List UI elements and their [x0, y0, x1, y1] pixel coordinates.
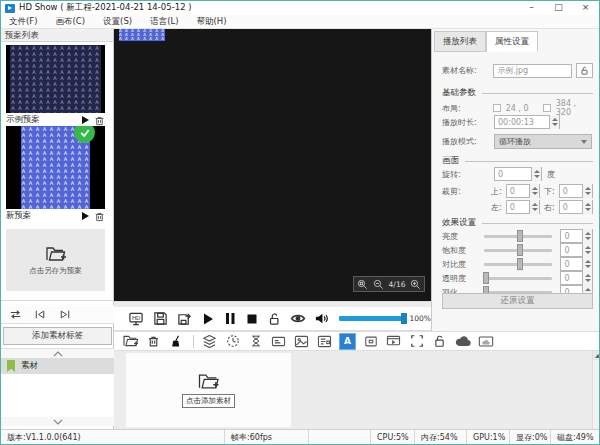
- restore-settings-button[interactable]: 还原设置: [442, 293, 593, 309]
- contrast-slider[interactable]: [484, 263, 553, 266]
- crop-row-1: 裁剪: 上: 0 下: 0: [442, 184, 593, 198]
- subtitle-icon[interactable]: [270, 333, 287, 350]
- section-effects-label: 效果设置: [442, 217, 476, 229]
- volume-slider[interactable]: [339, 316, 406, 321]
- timer-icon[interactable]: [224, 333, 241, 350]
- material-scrollbar[interactable]: [592, 351, 600, 429]
- brightness-input[interactable]: 0: [560, 229, 593, 243]
- zoom-out-icon[interactable]: [373, 279, 384, 290]
- rotate-spinner[interactable]: [531, 167, 541, 181]
- clear-brush-icon[interactable]: [168, 333, 185, 350]
- brightness-slider[interactable]: [484, 235, 553, 238]
- image-icon[interactable]: [293, 333, 310, 350]
- add-material-icon[interactable]: [122, 333, 139, 350]
- brightness-spinner[interactable]: [582, 229, 592, 243]
- cloud-screen-icon[interactable]: [477, 333, 494, 350]
- opacity-input[interactable]: 0: [560, 271, 593, 285]
- saturation-input[interactable]: 0: [560, 243, 593, 257]
- saturation-slider[interactable]: [484, 249, 553, 252]
- preset-thumbnail-1[interactable]: A A A A A A A A A A A A A A A A A A A A …: [6, 45, 105, 113]
- play-mode-dropdown[interactable]: 循环播放: [494, 134, 592, 149]
- zoom-fit-icon[interactable]: [357, 279, 368, 290]
- video-player-icon[interactable]: [385, 333, 402, 350]
- delete-preset-icon[interactable]: [93, 210, 105, 222]
- crop-top-input[interactable]: 0: [506, 184, 540, 198]
- contrast-value: 0: [564, 260, 582, 269]
- menu-language[interactable]: 语言(L): [150, 16, 178, 28]
- saturation-spinner[interactable]: [582, 243, 592, 257]
- unlock-icon[interactable]: [267, 311, 281, 327]
- contrast-slider-thumb[interactable]: [517, 258, 523, 270]
- menu-canvas[interactable]: 画布(C): [56, 16, 86, 28]
- text-tool-icon-selected[interactable]: A: [339, 333, 356, 350]
- material-name-input[interactable]: 示例.jpg: [493, 64, 572, 78]
- status-vram: 显存:0%: [510, 430, 551, 445]
- loop-mode-icon[interactable]: [8, 307, 22, 321]
- crop-bottom-input[interactable]: 0: [559, 184, 593, 198]
- duration-spinner[interactable]: [549, 115, 559, 129]
- crop-left-spinner[interactable]: [529, 200, 539, 214]
- play-preset-icon[interactable]: [79, 114, 91, 126]
- crop-top-spinner[interactable]: [529, 184, 539, 198]
- crop-right-spinner[interactable]: [582, 200, 592, 214]
- contrast-spinner[interactable]: [582, 257, 592, 271]
- zoom-in-icon[interactable]: [410, 279, 421, 290]
- opacity-slider[interactable]: [484, 277, 553, 280]
- svg-text:HD: HD: [132, 315, 141, 321]
- tab-playlist[interactable]: 播放列表: [434, 31, 486, 52]
- pause-icon[interactable]: [224, 311, 237, 327]
- fullscreen-icon[interactable]: [408, 333, 425, 350]
- rotate-input[interactable]: 0: [494, 167, 542, 181]
- cloud-icon[interactable]: [454, 333, 471, 350]
- canvas-zoom-controls: 4/16: [353, 276, 425, 292]
- save-as-preset-button[interactable]: 点击另存为预案: [6, 229, 105, 291]
- name-lock-button[interactable]: [576, 63, 593, 78]
- playlist-notes-icon[interactable]: [316, 333, 333, 350]
- restore-settings-label: 还原设置: [501, 295, 535, 307]
- hourglass-icon[interactable]: [247, 333, 264, 350]
- crop-right-input[interactable]: 0: [559, 200, 593, 214]
- save-icon[interactable]: [153, 311, 168, 327]
- material-name-row: 素材名称: 示例.jpg: [442, 63, 593, 78]
- layers-icon[interactable]: [201, 333, 218, 350]
- brightness-slider-thumb[interactable]: [517, 230, 523, 242]
- saturation-slider-thumb[interactable]: [517, 244, 523, 256]
- close-button[interactable]: ×: [572, 1, 599, 15]
- duration-input[interactable]: 00:00:13: [494, 115, 560, 129]
- screen-config-icon[interactable]: HD: [128, 311, 144, 327]
- minimize-button[interactable]: –: [518, 1, 545, 15]
- save-as-icon[interactable]: [177, 311, 192, 327]
- preview-canvas[interactable]: A A A A A A A A A A A A A A A A A A A A …: [114, 29, 431, 301]
- speaker-icon[interactable]: [315, 311, 329, 327]
- play-preset-icon[interactable]: [79, 210, 91, 222]
- scrollbar-up-icon[interactable]: [593, 351, 600, 360]
- delete-material-icon[interactable]: [145, 333, 162, 350]
- material-tag-item[interactable]: 素材: [1, 358, 114, 374]
- menu-file[interactable]: 文件(F): [9, 16, 38, 28]
- lock-open-icon[interactable]: [431, 333, 448, 350]
- active-check-icon: [74, 126, 95, 143]
- preset-thumbnail-2[interactable]: A A A A A A A A A A A A A A A A A A A A …: [6, 126, 105, 209]
- add-material-dropzone[interactable]: 点击添加素材: [126, 353, 291, 427]
- menu-help[interactable]: 帮助(H): [197, 16, 227, 28]
- contrast-input[interactable]: 0: [560, 257, 593, 271]
- play-icon[interactable]: [201, 311, 215, 327]
- delete-preset-icon[interactable]: [93, 114, 105, 126]
- opacity-slider-thumb[interactable]: [483, 272, 489, 284]
- crop-bottom-spinner[interactable]: [582, 184, 592, 198]
- scroll-up-icon[interactable]: [1, 349, 114, 358]
- window-box-icon[interactable]: [362, 333, 379, 350]
- preset-name: 新预案: [6, 210, 77, 222]
- skip-previous-icon[interactable]: [33, 307, 47, 321]
- add-material-tag-button[interactable]: 添加素材标签: [3, 327, 112, 345]
- volume-slider-thumb[interactable]: [401, 313, 407, 324]
- crop-left-input[interactable]: 0: [506, 200, 540, 214]
- skip-next-icon[interactable]: [58, 307, 72, 321]
- maximize-button[interactable]: □: [545, 1, 572, 15]
- tab-property-settings[interactable]: 属性设置: [486, 31, 538, 52]
- preview-eye-icon[interactable]: [290, 311, 306, 327]
- opacity-spinner[interactable]: [582, 271, 592, 285]
- scroll-down-icon[interactable]: [1, 417, 114, 426]
- menu-settings[interactable]: 设置(S): [103, 16, 132, 28]
- stop-icon[interactable]: [246, 311, 259, 327]
